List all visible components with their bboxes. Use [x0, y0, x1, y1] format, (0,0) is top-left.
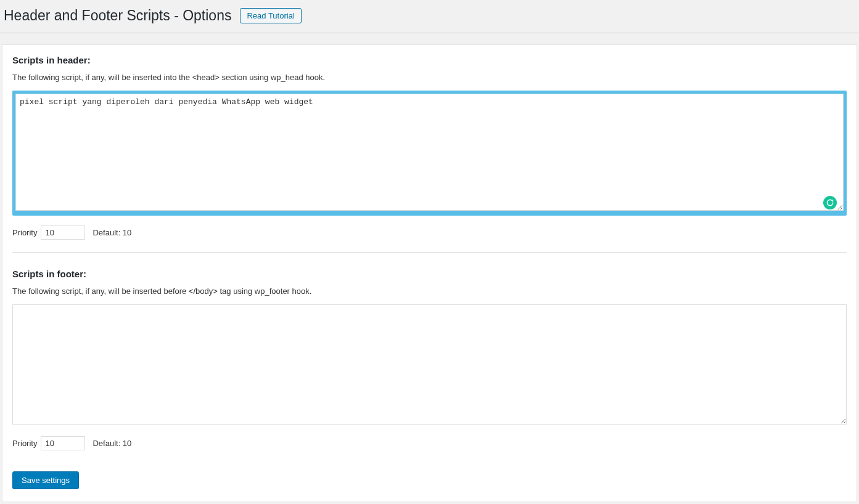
header-scripts-heading: Scripts in header: — [12, 55, 847, 65]
footer-scripts-section: Scripts in footer: The following script,… — [12, 269, 847, 463]
header-script-textarea[interactable] — [15, 94, 844, 211]
footer-scripts-heading: Scripts in footer: — [12, 269, 847, 279]
footer-scripts-desc: The following script, if any, will be in… — [12, 287, 847, 296]
header-scripts-desc: The following script, if any, will be in… — [12, 73, 847, 82]
header-priority-row: Priority Default: 10 — [12, 226, 847, 240]
settings-panel: Scripts in header: The following script,… — [2, 44, 857, 502]
grammarly-icon[interactable] — [823, 196, 837, 209]
save-settings-button[interactable]: Save settings — [12, 471, 79, 489]
page-title: Header and Footer Scripts - Options — [4, 7, 231, 24]
footer-priority-default: Default: 10 — [92, 439, 131, 448]
header-priority-input[interactable] — [41, 226, 85, 240]
header-priority-default: Default: 10 — [92, 228, 131, 237]
header-scripts-section: Scripts in header: The following script,… — [12, 55, 847, 253]
footer-priority-row: Priority Default: 10 — [12, 436, 847, 450]
footer-textarea-wrap — [12, 304, 847, 426]
read-tutorial-button[interactable]: Read Tutorial — [240, 8, 301, 23]
header-textarea-highlight — [12, 91, 847, 216]
page-header: Header and Footer Scripts - Options Read… — [0, 0, 859, 33]
footer-priority-label: Priority — [12, 439, 37, 448]
footer-script-textarea[interactable] — [12, 304, 847, 425]
footer-priority-input[interactable] — [41, 436, 85, 450]
header-priority-label: Priority — [12, 228, 37, 237]
